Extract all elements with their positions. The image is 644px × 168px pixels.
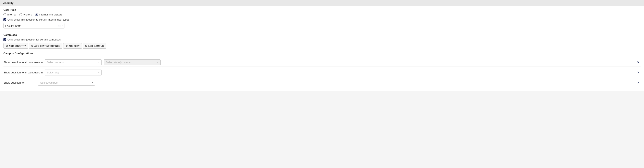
panel-title: Visibility [3, 2, 14, 4]
row-city-label: Show question to all campuses in [4, 71, 43, 74]
remove-city-row-button[interactable]: ✕ [636, 70, 640, 74]
campuses-section: Campuses Only show this question for cer… [4, 33, 640, 87]
radio-internal-input[interactable] [4, 13, 6, 16]
radio-internal-label: Internal [7, 13, 16, 16]
user-type-select-value: Faculty, Staff [5, 24, 58, 28]
user-type-checkbox-label[interactable]: Only show this question to certain inter… [4, 18, 640, 21]
select-campus-arrow: ▾ [92, 82, 93, 84]
user-type-clear-icon[interactable]: ⊗ [58, 24, 61, 28]
remove-country-row-button[interactable]: ✕ [636, 60, 640, 64]
campuses-title: Campuses [4, 33, 640, 36]
add-city-icon: ⊕ [66, 44, 68, 48]
select-state-placeholder: Select state/province [106, 61, 157, 64]
select-city-arrow: ▾ [98, 72, 100, 74]
add-campus-button[interactable]: ⊕ ADD CAMPUS [83, 43, 106, 48]
radio-internal-and-visitors[interactable]: Internal and Visitors [35, 13, 62, 16]
visibility-panel: Visibility User Type Internal Visitors I… [0, 0, 644, 91]
radio-internal-visitors-label: Internal and Visitors [39, 13, 62, 16]
campuses-checkbox[interactable] [4, 38, 6, 41]
panel-header: Visibility [0, 0, 644, 6]
remove-campus-row-button[interactable]: ✕ [636, 81, 640, 84]
row-campus-label: Show question to [4, 81, 36, 84]
add-country-label: ADD COUNTRY [9, 45, 26, 47]
user-type-checkbox-text: Only show this question to certain inter… [8, 18, 69, 21]
add-state-province-button[interactable]: ⊕ ADD STATE/PROVINCE [29, 43, 62, 48]
add-campus-label: ADD CAMPUS [88, 45, 104, 47]
user-type-radio-group: Internal Visitors Internal and Visitors [4, 13, 640, 16]
campuses-checkbox-label[interactable]: Only show this question for certain camp… [4, 38, 640, 41]
select-state[interactable]: Select state/province ▾ [104, 60, 160, 65]
campus-config-section: Campus Configurations Show question to a… [4, 52, 640, 87]
campuses-checkbox-text: Only show this question for certain camp… [8, 38, 61, 41]
campus-config-title: Campus Configurations [4, 52, 640, 56]
user-type-checkbox[interactable] [4, 18, 6, 21]
user-type-title: User Type [4, 8, 640, 12]
radio-visitors-label: Visitors [23, 13, 32, 16]
user-type-dropdown-arrow[interactable]: ▾ [62, 25, 62, 27]
add-city-label: ADD CITY [68, 45, 80, 47]
radio-visitors-input[interactable] [19, 13, 22, 16]
add-city-button[interactable]: ⊕ ADD CITY [63, 43, 82, 48]
add-country-button[interactable]: ⊕ ADD COUNTRY [4, 43, 28, 48]
add-state-label: ADD STATE/PROVINCE [34, 45, 60, 47]
select-country-placeholder: Select country [47, 61, 98, 64]
config-row-country: Show question to all campuses in Select … [4, 58, 640, 67]
add-campus-icon: ⊕ [85, 44, 87, 48]
user-type-select[interactable]: Faculty, Staff ⊗ ▾ [4, 23, 64, 28]
select-city[interactable]: Select city ▾ [45, 70, 102, 76]
row-country-label: Show question to all campuses in [4, 61, 43, 64]
radio-internal[interactable]: Internal [4, 13, 16, 16]
config-row-campus: Show question to Select campus ▾ ✕ [4, 78, 640, 87]
select-country[interactable]: Select country ▾ [45, 60, 102, 65]
config-row-city: Show question to all campuses in Select … [4, 68, 640, 77]
radio-visitors[interactable]: Visitors [19, 13, 32, 16]
select-campus-placeholder: Select campus [40, 81, 92, 84]
add-state-icon: ⊕ [31, 44, 33, 48]
panel-body: User Type Internal Visitors Internal and… [0, 6, 644, 91]
select-country-arrow: ▾ [98, 61, 100, 64]
select-city-placeholder: Select city [47, 71, 98, 74]
add-country-icon: ⊕ [6, 44, 8, 48]
add-buttons-group: ⊕ ADD COUNTRY ⊕ ADD STATE/PROVINCE ⊕ ADD… [4, 43, 640, 48]
select-state-arrow: ▾ [157, 61, 158, 64]
radio-internal-visitors-input[interactable] [35, 13, 38, 16]
user-type-select-icons: ⊗ ▾ [58, 24, 62, 28]
select-campus[interactable]: Select campus ▾ [38, 80, 95, 86]
